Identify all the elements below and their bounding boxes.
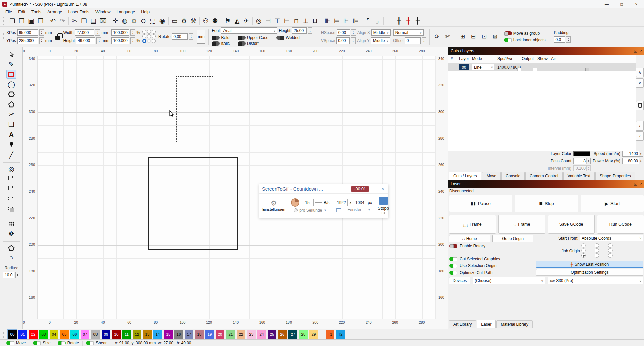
speed-input[interactable]: 1400: [622, 151, 643, 157]
minimize-button[interactable]: —: [599, 0, 614, 8]
padding-input[interactable]: 0.0: [554, 36, 565, 43]
job-origin-radio-6[interactable]: [581, 253, 586, 258]
redo-icon[interactable]: ↷: [58, 17, 67, 25]
toolbar-drag-handle-2[interactable]: [3, 33, 5, 40]
h-space-2-icon[interactable]: ⊟: [469, 33, 478, 40]
speed-stepper[interactable]: [639, 151, 643, 156]
pass-count-input[interactable]: 8: [573, 158, 591, 164]
align-top-icon[interactable]: ⊓: [292, 17, 301, 25]
tab-console[interactable]: Console: [501, 172, 525, 180]
frame-square-button[interactable]: ⬚Frame: [449, 215, 496, 234]
cut-selected-toggle[interactable]: [449, 257, 457, 261]
user-icon[interactable]: ⚉: [210, 17, 220, 25]
multi-user-icon[interactable]: ⚇: [201, 17, 210, 25]
focus-target-icon[interactable]: ◎: [254, 17, 263, 25]
screentogif-title-bar[interactable]: ScreenToGif - Countdown ... -00:01 — ×: [259, 184, 388, 193]
position-tool[interactable]: [6, 140, 16, 149]
offset-shapes-tool[interactable]: ◎: [6, 165, 16, 173]
enable-rotary-toggle[interactable]: [449, 244, 457, 248]
job-origin-radio-1[interactable]: [595, 243, 599, 248]
polygon-tool[interactable]: [6, 90, 16, 99]
anchor-point-4[interactable]: [147, 34, 151, 38]
tab-move[interactable]: Move: [482, 172, 501, 180]
circular-array-tool[interactable]: ☸: [6, 229, 16, 238]
layer-forward-button[interactable]: ›: [636, 121, 644, 131]
text-style-select[interactable]: Normal: [393, 29, 424, 36]
xpos-input[interactable]: 95.000: [17, 29, 38, 36]
cuts-layers-header[interactable]: Cuts / Layers ◱ ×: [448, 47, 644, 55]
open-file-icon[interactable]: ❒: [17, 17, 26, 25]
aspect-lock-icon[interactable]: [55, 36, 60, 40]
palette-swatch-17[interactable]: 17: [185, 330, 193, 339]
stop-label[interactable]: Stopp: [378, 206, 389, 211]
rectangle-tool[interactable]: [6, 70, 16, 79]
rectangle-shape[interactable]: [148, 157, 238, 250]
pass-count-stepper[interactable]: [586, 158, 590, 164]
job-origin-radio-5[interactable]: [608, 248, 613, 253]
capture-height-input[interactable]: 1034: [353, 199, 366, 206]
frame-corners-2-icon[interactable]: ⌟: [373, 17, 382, 25]
job-origin-radio-3[interactable]: [581, 248, 586, 253]
grid-array-tool[interactable]: [6, 219, 16, 228]
hspace-input[interactable]: 0.00: [337, 29, 350, 36]
statusbar-toggle-move[interactable]: Move: [3, 341, 29, 346]
palette-swatch-T2[interactable]: T2: [336, 330, 345, 339]
palette-swatch-02[interactable]: 02: [29, 330, 38, 339]
boolean-intersect-tool[interactable]: [6, 205, 16, 213]
distort-toggle[interactable]: [238, 41, 246, 46]
width-input[interactable]: 27.000: [75, 29, 94, 36]
job-origin-radio-4[interactable]: [595, 248, 599, 253]
frame-corners-icon[interactable]: ⌜: [363, 17, 373, 25]
use-selection-origin-toggle[interactable]: [449, 264, 457, 268]
padding-stepper[interactable]: [566, 36, 571, 43]
stop-recording-icon[interactable]: [379, 197, 388, 205]
distribute-h-icon[interactable]: ⊪: [323, 17, 332, 25]
palette-swatch-04[interactable]: 04: [50, 330, 58, 339]
save-gcode-button[interactable]: Save GCode: [548, 215, 595, 234]
ypos-input[interactable]: 285.000: [17, 37, 38, 44]
rotate-stepper[interactable]: [189, 33, 193, 40]
screentogif-minimize-button[interactable]: —: [372, 186, 377, 191]
power-max-stepper[interactable]: [639, 158, 643, 164]
job-origin-radio-2[interactable]: [608, 243, 613, 248]
move-toggle-switch[interactable]: [6, 341, 14, 345]
move-as-group-toggle[interactable]: [504, 31, 512, 35]
tab-shape-properties[interactable]: Shape Properties: [595, 172, 635, 180]
align-center-v-icon[interactable]: ⊥: [301, 17, 310, 25]
size-toggle-switch[interactable]: [33, 341, 41, 345]
start-button[interactable]: ▶Start: [581, 195, 644, 212]
copy-icon[interactable]: ❑: [79, 17, 89, 25]
menu-language[interactable]: Language: [114, 9, 138, 15]
palette-swatch-29[interactable]: 29: [309, 330, 318, 339]
height-stepper[interactable]: [96, 37, 101, 44]
start-from-select[interactable]: Absolute Coords: [580, 235, 643, 241]
layer-back-button[interactable]: ‹: [636, 131, 644, 141]
workspace-canvas[interactable]: 2020002020404060608080100100120120140140…: [23, 47, 448, 329]
palette-swatch-19[interactable]: 19: [205, 330, 214, 339]
show-last-position-button[interactable]: ╂Show Last Position: [536, 261, 643, 268]
italic-toggle[interactable]: [212, 41, 220, 46]
palette-swatch-T1[interactable]: T1: [326, 330, 334, 339]
draw-lines-tool[interactable]: ✎: [6, 60, 16, 69]
anchor-point-7[interactable]: [147, 39, 151, 43]
machine-tools-icon[interactable]: ⚒: [189, 17, 198, 25]
align-left-icon[interactable]: ⊣: [263, 17, 273, 25]
welded-toggle[interactable]: [276, 36, 284, 40]
palette-swatch-01[interactable]: 01: [18, 330, 27, 339]
fps-slider[interactable]: [315, 202, 322, 203]
offset-stepper[interactable]: [422, 37, 426, 44]
anchor-point-8[interactable]: [152, 39, 156, 43]
height-percent-stepper[interactable]: [130, 37, 135, 44]
palette-swatch-18[interactable]: 18: [195, 330, 204, 339]
cuts-float-icon[interactable]: ◱: [634, 49, 637, 53]
arrange-order-icon[interactable]: ⚑: [223, 17, 232, 25]
tab-variable-text[interactable]: Variable Text: [563, 172, 595, 180]
laser-close-icon[interactable]: ×: [640, 182, 642, 186]
layer-color-swatch[interactable]: [573, 151, 590, 156]
cuts-close-icon[interactable]: ×: [640, 49, 642, 53]
frame-selection-icon[interactable]: ⬚: [148, 17, 157, 25]
send-icon[interactable]: ✈: [242, 17, 251, 25]
zoom-in-icon[interactable]: ⊕: [129, 17, 139, 25]
palette-swatch-20[interactable]: 20: [216, 330, 224, 339]
tab-cuts-layers[interactable]: Cuts / Layers: [449, 172, 481, 180]
